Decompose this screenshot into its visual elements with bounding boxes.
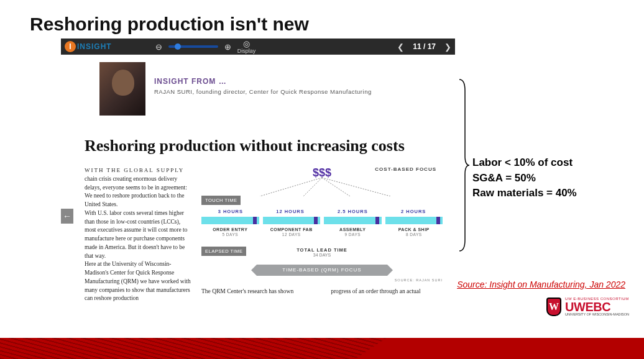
article-page: ← INSIGHT FROM … RAJAN SURI, founding di… — [61, 55, 455, 323]
touch-time-tag: TOUCH TIME — [201, 196, 241, 205]
stage-hours: 3 HOURS — [218, 209, 243, 214]
logo-main: UWEBC — [565, 301, 629, 313]
svg-line-2 — [322, 178, 350, 196]
viewer-toolbar: I INSIGHT ⊖ ⊕ ◎ Display ❮ 11 / 17 ❯ — [61, 39, 455, 55]
connector-lines-icon — [241, 178, 403, 196]
stage-label: PACK & SHIP8 DAYS — [385, 227, 443, 238]
zoom-slider[interactable] — [168, 45, 218, 48]
uw-crest-icon: W — [546, 298, 561, 316]
stage-label: ORDER ENTRY5 DAYS — [201, 227, 259, 238]
chart-source: SOURCE: RAJAN SURI — [201, 278, 443, 282]
svg-line-3 — [322, 178, 390, 196]
zoom-in-icon[interactable]: ⊕ — [224, 42, 231, 52]
elapsed-time-tag: ELAPSED TIME — [201, 247, 246, 256]
body-snippet: progress of an order through an actual — [331, 288, 421, 294]
qrm-focus-arrow: TIME-BASED (QRM) FOCUS — [257, 265, 387, 276]
summary-bracket-icon — [459, 78, 470, 252]
document-viewer: I INSIGHT ⊖ ⊕ ◎ Display ❮ 11 / 17 ❯ ← IN… — [61, 39, 455, 323]
brand-text: INSIGHT — [77, 42, 112, 51]
body-snippet: The QRM Center's research has shown — [201, 288, 293, 294]
stage-hours: 2 HOURS — [401, 209, 426, 214]
author-byline: RAJAN SURI, founding director, Center fo… — [154, 88, 372, 95]
source-citation-link[interactable]: Source: Insight on Manufacturing, Jan 20… — [457, 279, 625, 289]
stage-bar — [324, 217, 382, 224]
prev-page-icon[interactable]: ❮ — [397, 42, 404, 52]
stage-bar — [201, 217, 259, 224]
back-arrow-icon[interactable]: ← — [61, 209, 73, 224]
uwebc-logo: W UW E-BUSINESS CONSORTIUM UWEBC UNIVERS… — [546, 297, 629, 317]
cost-focus-label: COST-BASED FOCUS — [375, 166, 436, 172]
slide-title: Reshoring production isn't new — [0, 0, 644, 41]
author-photo — [99, 62, 145, 116]
display-label: Display — [237, 48, 256, 54]
lead-time-chart: COST-BASED FOCUS $$$ TOUCH TIME 3 HOURS … — [201, 166, 443, 303]
summary-line: SG&A = 50% — [472, 171, 577, 186]
stage-label: ASSEMBLY9 DAYS — [324, 227, 382, 238]
footer-band — [0, 338, 644, 359]
summary-line: Labor < 10% of cost — [472, 155, 577, 171]
cost-summary: Labor < 10% of cost SG&A = 50% Raw mater… — [472, 155, 577, 201]
article-body-column: WITH THE GLOBAL SUPPLY chain crisis crea… — [85, 166, 193, 303]
zoom-out-icon[interactable]: ⊖ — [155, 42, 162, 52]
stage-bar — [385, 217, 443, 224]
svg-line-1 — [303, 178, 322, 196]
stage-label: COMPONENT FAB12 DAYS — [263, 227, 321, 238]
logo-sub-line: UNIVERSITY OF WISCONSIN-MADISON — [565, 313, 629, 317]
viewer-brand: I INSIGHT — [65, 41, 112, 52]
next-page-icon[interactable]: ❯ — [444, 42, 451, 52]
stage-bar — [263, 217, 321, 224]
summary-line: Raw materials = 40% — [472, 186, 577, 201]
stage-hours: 12 HOURS — [276, 209, 305, 214]
display-mode-icon[interactable]: ◎ — [243, 40, 250, 48]
article-headline: Reshoring production without increasing … — [85, 137, 443, 155]
brand-badge-icon: I — [65, 41, 76, 52]
page-indicator: 11 / 17 — [413, 42, 436, 51]
insight-from-label: INSIGHT FROM … — [154, 77, 372, 86]
stage-hours: 2.5 HOURS — [338, 209, 368, 214]
